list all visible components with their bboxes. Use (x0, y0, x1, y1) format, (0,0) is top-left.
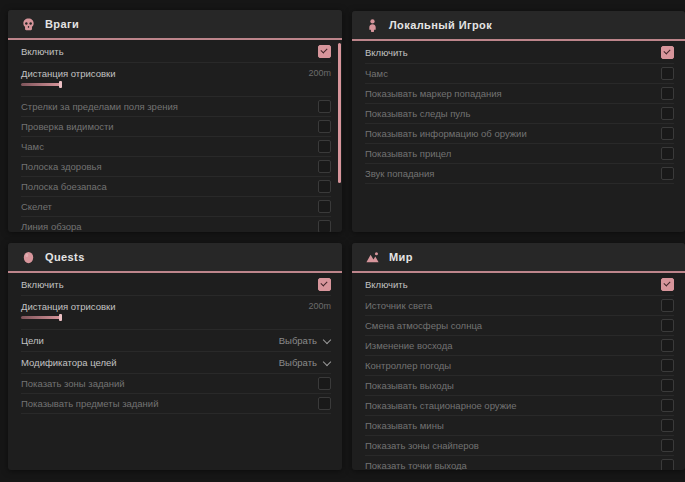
setting-label: Изменение восхода (365, 340, 453, 351)
checkbox[interactable] (318, 397, 331, 410)
setting-label: Цели (21, 335, 44, 346)
setting-label: Контроллер погоды (365, 360, 451, 371)
setting-label: Включить (21, 46, 64, 57)
checkbox[interactable] (318, 377, 331, 390)
settings-row: Смена атмосферы солнца (365, 316, 674, 336)
setting-label: Чамс (365, 68, 388, 79)
checkbox[interactable] (661, 87, 674, 100)
setting-label: Включить (21, 279, 64, 290)
chevron-down-icon (324, 337, 331, 344)
settings-row: Источник света (365, 296, 674, 316)
checkbox[interactable] (661, 319, 674, 332)
setting-label: Показывать прицел (365, 148, 451, 159)
panel-title: Враги (45, 18, 79, 30)
setting-label: Проверка видимости (21, 121, 114, 132)
settings-row: Модификатора целейВыбрать (21, 352, 331, 374)
checkbox[interactable] (318, 180, 331, 193)
settings-row: Включить (21, 273, 331, 296)
setting-label: Включить (365, 279, 408, 290)
checkbox[interactable] (318, 120, 331, 133)
panel-enemies-header: Враги (8, 10, 342, 40)
checkbox[interactable] (661, 359, 674, 372)
skull-icon (21, 17, 36, 32)
dropdown[interactable]: Выбрать (279, 357, 331, 368)
setting-label: Модификатора целей (21, 357, 117, 368)
checkbox[interactable] (661, 439, 674, 452)
settings-row: Скелет (21, 197, 331, 217)
setting-label: Показать зоны заданий (21, 378, 125, 389)
setting-label: Чамс (21, 141, 44, 152)
checkbox[interactable] (318, 140, 331, 153)
settings-row: Чамс (21, 137, 331, 157)
panel-local-player: Локальный Игрок ВключитьЧамсПоказывать м… (352, 11, 685, 232)
scrollbar[interactable] (338, 43, 341, 183)
checkbox[interactable] (318, 220, 331, 232)
dropdown[interactable]: Выбрать (279, 335, 331, 346)
slider[interactable] (21, 83, 61, 86)
checkbox[interactable] (318, 278, 331, 291)
settings-row: Показывать информацию об оружии (365, 124, 674, 144)
settings-row: Показывать стационарное оружие (365, 396, 674, 416)
panel-quests-header: Quests (8, 243, 342, 273)
slider-value: 200m (308, 68, 331, 78)
settings-row: Показывать выходы (365, 376, 674, 396)
checkbox[interactable] (661, 67, 674, 80)
quest-icon (21, 250, 36, 265)
setting-label: Показывать информацию об оружии (365, 128, 527, 139)
panel-local-player-header: Локальный Игрок (352, 11, 685, 41)
settings-row: Звук попадания (365, 164, 674, 184)
slider-handle[interactable] (59, 81, 62, 88)
setting-label: Показать точки выхода (365, 460, 467, 470)
panel-world-body: ВключитьИсточник светаСмена атмосферы со… (352, 273, 685, 470)
person-icon (365, 18, 380, 33)
settings-row: Полоска здоровья (21, 157, 331, 177)
settings-row: Показать зоны снайперов (365, 436, 674, 456)
checkbox[interactable] (661, 147, 674, 160)
checkbox[interactable] (661, 399, 674, 412)
checkbox[interactable] (661, 107, 674, 120)
settings-row: Полоска боезапаса (21, 177, 331, 197)
checkbox[interactable] (661, 339, 674, 352)
settings-row: Включить (365, 273, 674, 296)
checkbox[interactable] (661, 127, 674, 140)
setting-label: Стрелки за пределами поля зрения (21, 101, 178, 112)
settings-row: Показывать следы пуль (365, 104, 674, 124)
settings-row: Показывать прицел (365, 144, 674, 164)
setting-label: Показать зоны снайперов (365, 440, 479, 451)
checkbox[interactable] (661, 459, 674, 470)
checkbox[interactable] (318, 45, 331, 58)
checkbox[interactable] (661, 419, 674, 432)
panel-title: Мир (389, 251, 413, 263)
settings-row: Стрелки за пределами поля зрения (21, 97, 331, 117)
checkbox[interactable] (661, 278, 674, 291)
panel-quests-body: ВключитьДистанция отрисовки200mЦелиВыбра… (8, 273, 342, 414)
settings-row: Контроллер погоды (365, 356, 674, 376)
cheat-menu-window: Враги ВключитьДистанция отрисовки200mСтр… (0, 0, 685, 482)
checkbox[interactable] (661, 299, 674, 312)
setting-label: Скелет (21, 201, 52, 212)
setting-label: Включить (365, 47, 408, 58)
slider[interactable] (21, 316, 61, 319)
panel-title: Quests (45, 251, 85, 263)
slider-handle[interactable] (59, 314, 62, 321)
settings-row: Показать зоны заданий (21, 374, 331, 394)
checkbox[interactable] (661, 46, 674, 59)
setting-label: Источник света (365, 300, 432, 311)
settings-row: Включить (365, 41, 674, 64)
settings-row: Показывать предметы заданий (21, 394, 331, 414)
setting-label: Дистанция отрисовки (21, 68, 115, 79)
checkbox[interactable] (661, 167, 674, 180)
settings-row: Дистанция отрисовки200m (21, 296, 331, 330)
checkbox[interactable] (318, 200, 331, 213)
chevron-down-icon (324, 359, 331, 366)
setting-label: Полоска здоровья (21, 161, 102, 172)
settings-row: Показать точки выхода (365, 456, 674, 470)
checkbox[interactable] (318, 160, 331, 173)
checkbox[interactable] (661, 379, 674, 392)
checkbox[interactable] (318, 100, 331, 113)
setting-label: Показывать выходы (365, 380, 454, 391)
setting-label: Показывать маркер попадания (365, 88, 502, 99)
setting-label: Показывать стационарное оружие (365, 400, 517, 411)
panel-enemies: Враги ВключитьДистанция отрисовки200mСтр… (8, 10, 342, 232)
setting-label: Дистанция отрисовки (21, 301, 115, 312)
